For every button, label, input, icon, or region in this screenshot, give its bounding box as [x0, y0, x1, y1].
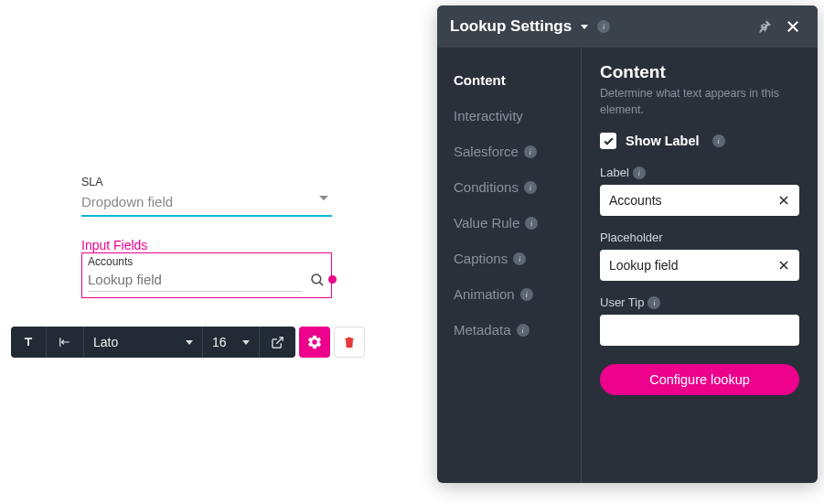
nav-item-label: Animation	[454, 286, 515, 302]
info-icon[interactable]: i	[633, 166, 646, 179]
nav-item-label: Content	[454, 72, 506, 88]
info-icon[interactable]: i	[524, 145, 537, 158]
font-name: Lato	[93, 335, 118, 349]
dropdown-field[interactable]: Dropdown field	[81, 190, 332, 217]
nav-item-label: Metadata	[454, 322, 511, 338]
chevron-down-icon	[242, 340, 250, 345]
lookup-field-element[interactable]: Accounts	[81, 252, 332, 298]
svg-point-0	[312, 274, 321, 284]
panel-header: Lookup Settings i	[437, 5, 818, 48]
close-icon[interactable]	[781, 15, 805, 38]
lookup-settings-panel: Lookup Settings i ContentInteractivitySa…	[437, 5, 818, 483]
panel-title[interactable]: Lookup Settings	[450, 17, 572, 36]
content-subtitle: Determine what text appears in this elem…	[600, 86, 799, 118]
configure-lookup-button[interactable]: Configure lookup	[600, 364, 799, 395]
panel-nav: ContentInteractivitySalesforceiCondition…	[437, 48, 582, 483]
nav-item-interactivity[interactable]: Interactivity	[454, 98, 581, 134]
nav-item-conditions[interactable]: Conditionsi	[454, 169, 581, 205]
content-title: Content	[600, 62, 799, 82]
nav-item-label: Captions	[454, 251, 508, 266]
placeholder-field-label: Placeholder	[600, 231, 663, 244]
resize-handle[interactable]	[328, 275, 337, 284]
nav-item-label: Salesforce	[454, 144, 519, 159]
delete-button[interactable]	[334, 327, 365, 358]
input-fields-header: Input Fields	[81, 238, 147, 252]
clear-icon[interactable]	[774, 255, 794, 275]
element-toolbar: Lato 16	[11, 327, 365, 358]
info-icon[interactable]: i	[524, 181, 537, 194]
svg-line-1	[319, 282, 323, 285]
chevron-down-icon	[186, 340, 193, 345]
chevron-down-icon[interactable]	[581, 25, 588, 29]
nav-item-metadata[interactable]: Metadatai	[454, 312, 581, 348]
sla-field: SLA Dropdown field	[81, 176, 332, 217]
info-icon[interactable]: i	[712, 134, 725, 147]
nav-item-label: Conditions	[454, 179, 519, 195]
info-icon[interactable]: i	[517, 324, 530, 337]
info-icon[interactable]: i	[647, 296, 660, 309]
panel-content: Content Determine what text appears in t…	[582, 48, 818, 483]
text-style-button[interactable]	[11, 327, 47, 358]
font-size: 16	[212, 335, 227, 349]
font-select[interactable]: Lato	[84, 327, 203, 358]
info-icon[interactable]: i	[525, 217, 538, 230]
nav-item-salesforce[interactable]: Salesforcei	[454, 134, 581, 169]
pin-icon[interactable]	[754, 16, 776, 38]
nav-item-captions[interactable]: Captionsi	[454, 241, 581, 276]
open-external-button[interactable]	[260, 327, 295, 358]
usertip-field-label: User Tip	[600, 295, 644, 309]
show-label-checkbox[interactable]	[600, 133, 616, 149]
nav-item-value-rule[interactable]: Value Rulei	[454, 205, 581, 241]
sla-label: SLA	[81, 176, 332, 188]
lookup-field-label: Accounts	[82, 253, 331, 268]
nav-item-animation[interactable]: Animationi	[454, 276, 581, 312]
search-icon[interactable]	[302, 272, 326, 288]
info-icon[interactable]: i	[520, 288, 533, 301]
info-icon[interactable]: i	[513, 252, 526, 265]
nav-item-content[interactable]: Content	[454, 62, 581, 98]
show-label-text: Show Label	[626, 134, 700, 148]
placeholder-input[interactable]	[600, 250, 799, 281]
nav-item-label: Interactivity	[454, 108, 523, 123]
label-input[interactable]	[600, 185, 799, 216]
settings-button[interactable]	[299, 327, 330, 358]
clear-icon[interactable]	[774, 190, 794, 210]
font-size-select[interactable]: 16	[203, 327, 260, 358]
lookup-input[interactable]	[88, 268, 302, 292]
svg-line-4	[276, 337, 283, 343]
label-field-label: Label	[600, 166, 629, 179]
align-button[interactable]	[47, 327, 84, 358]
info-icon[interactable]: i	[597, 20, 610, 33]
usertip-input[interactable]	[600, 315, 799, 346]
nav-item-label: Value Rule	[454, 215, 519, 231]
chevron-down-icon	[319, 196, 328, 200]
